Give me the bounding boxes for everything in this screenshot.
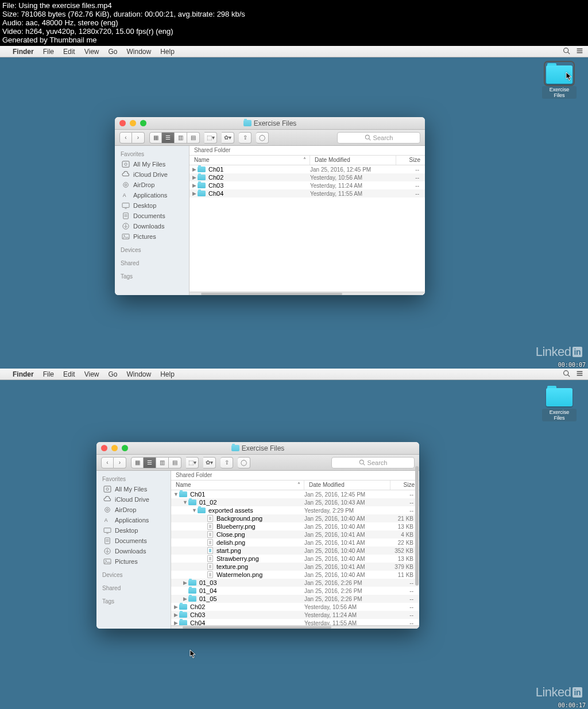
sidebar-item[interactable]: Desktop — [96, 525, 171, 536]
file-row[interactable]: ▼Ch01Jan 25, 2016, 12:45 PM-- — [171, 490, 419, 498]
share-button[interactable]: ⇪ — [220, 457, 233, 468]
view-coverflow-button[interactable]: ▤ — [187, 132, 200, 144]
disclosure-triangle-icon[interactable]: ▼ — [173, 491, 178, 497]
file-row[interactable]: ▶01_05Jan 25, 2016, 2:26 PM-- — [171, 595, 419, 603]
file-row[interactable]: Watermelon.pngJan 25, 2016, 10:40 AM11 K… — [171, 571, 419, 579]
sidebar-item[interactable]: Pictures — [115, 231, 189, 242]
menu-go[interactable]: Go — [109, 48, 118, 56]
menu-edit[interactable]: Edit — [63, 48, 75, 56]
sidebar-item[interactable]: AirDrop — [96, 505, 171, 515]
sidebar-item[interactable]: All My Files — [96, 484, 171, 494]
sidebar-item[interactable]: AApplications — [96, 515, 171, 525]
menu-go[interactable]: Go — [109, 370, 118, 378]
disclosure-triangle-icon[interactable]: ▶ — [192, 166, 196, 172]
arrange-button[interactable]: ⬚▾ — [204, 132, 217, 144]
finder-file-list[interactable]: ▶Ch01Jan 25, 2016, 12:45 PM--▶Ch02Yester… — [189, 165, 425, 295]
menu-view[interactable]: View — [84, 370, 99, 378]
column-header-size[interactable]: Size — [396, 156, 425, 165]
file-row[interactable]: ▶Ch03Yesterday, 11:24 AM-- — [171, 611, 419, 619]
column-header-date[interactable]: Date Modified — [310, 156, 396, 165]
view-column-button[interactable]: ▥ — [156, 457, 169, 468]
sidebar-item[interactable]: Documents — [96, 536, 171, 546]
view-icon-button[interactable]: ▦ — [149, 132, 162, 144]
sidebar-item[interactable]: Desktop — [115, 200, 189, 211]
menu-window[interactable]: Window — [127, 370, 152, 378]
file-row[interactable]: ▼exported assetsYesterday, 2:29 PM-- — [171, 506, 419, 514]
notification-center-icon[interactable] — [576, 370, 583, 379]
view-list-button[interactable]: ☰ — [144, 457, 156, 468]
action-button[interactable]: ✿▾ — [203, 457, 216, 468]
spotlight-icon[interactable] — [563, 370, 570, 379]
window-zoom-button[interactable] — [122, 445, 128, 451]
desktop-folder-exercise-files[interactable]: Exercise Files — [542, 63, 577, 99]
arrange-button[interactable]: ⬚▾ — [186, 457, 199, 468]
spotlight-icon[interactable] — [563, 47, 570, 56]
horizontal-scrollbar[interactable] — [189, 292, 425, 295]
view-column-button[interactable]: ▥ — [175, 132, 187, 144]
column-header-name[interactable]: Name˄ — [189, 156, 310, 165]
tags-button[interactable]: ◯ — [238, 457, 250, 468]
sidebar-item[interactable]: Pictures — [96, 556, 171, 567]
file-row[interactable]: Strawberry.pngJan 25, 2016, 10:40 AM13 K… — [171, 555, 419, 563]
disclosure-triangle-icon[interactable]: ▶ — [173, 612, 178, 618]
file-row[interactable]: ▶01_03Jan 25, 2016, 2:26 PM-- — [171, 579, 419, 587]
notification-center-icon[interactable] — [576, 47, 583, 56]
menu-file[interactable]: File — [43, 48, 54, 56]
file-row[interactable]: Background.pngJan 25, 2016, 10:40 AM21 K… — [171, 514, 419, 522]
nav-back-button[interactable]: ‹ — [101, 457, 114, 468]
menu-help[interactable]: Help — [160, 370, 175, 378]
desktop-folder-exercise-files[interactable]: Exercise Files — [542, 386, 577, 422]
menubar-app-name[interactable]: Finder — [13, 370, 34, 378]
sidebar-item[interactable]: Documents — [115, 211, 189, 221]
disclosure-triangle-icon[interactable]: ▶ — [183, 596, 187, 602]
sidebar-item[interactable]: iCloud Drive — [115, 169, 189, 180]
window-minimize-button[interactable] — [130, 120, 136, 126]
horizontal-scrollbar[interactable] — [171, 625, 419, 629]
menu-window[interactable]: Window — [127, 48, 152, 56]
menubar-app-name[interactable]: Finder — [13, 48, 34, 56]
finder-titlebar[interactable]: Exercise Files — [115, 117, 425, 130]
file-row[interactable]: start.pngJan 25, 2016, 10:40 AM352 KB — [171, 547, 419, 555]
finder-search-field[interactable]: Search — [331, 457, 415, 468]
disclosure-triangle-icon[interactable]: ▶ — [173, 604, 178, 610]
finder-file-list[interactable]: ▼Ch01Jan 25, 2016, 12:45 PM--▼01_02Jan 2… — [171, 490, 419, 629]
window-minimize-button[interactable] — [111, 445, 118, 451]
window-zoom-button[interactable] — [140, 120, 146, 126]
file-row[interactable]: ▶Ch04Yesterday, 11:55 AM-- — [189, 189, 425, 197]
column-header-name[interactable]: Name˄ — [171, 481, 304, 490]
vertical-scrollbar[interactable] — [415, 465, 419, 624]
file-row[interactable]: Close.pngJan 25, 2016, 10:41 AM4 KB — [171, 530, 419, 538]
file-row[interactable]: 01_04Jan 25, 2016, 2:26 PM-- — [171, 587, 419, 595]
action-button[interactable]: ✿▾ — [222, 132, 234, 144]
sidebar-item[interactable]: iCloud Drive — [96, 494, 171, 505]
file-row[interactable]: texture.pngJan 25, 2016, 10:41 AM379 KB — [171, 563, 419, 571]
nav-back-button[interactable]: ‹ — [119, 132, 132, 144]
nav-forward-button[interactable]: › — [114, 457, 126, 468]
menu-file[interactable]: File — [43, 370, 54, 378]
tags-button[interactable]: ◯ — [256, 132, 269, 144]
finder-search-field[interactable]: Search — [337, 132, 420, 144]
finder-titlebar[interactable]: Exercise Files — [96, 442, 419, 455]
window-close-button[interactable] — [101, 445, 107, 451]
share-button[interactable]: ⇪ — [239, 132, 252, 144]
disclosure-triangle-icon[interactable]: ▶ — [192, 191, 196, 196]
sidebar-item[interactable]: AirDrop — [115, 180, 189, 190]
disclosure-triangle-icon[interactable]: ▶ — [183, 580, 187, 586]
file-row[interactable]: ▶Ch03Yesterday, 11:24 AM-- — [189, 181, 425, 189]
sidebar-item[interactable]: Downloads — [115, 221, 189, 231]
column-header-date[interactable]: Date Modified — [304, 481, 390, 490]
sidebar-item[interactable]: AApplications — [115, 190, 189, 200]
menu-edit[interactable]: Edit — [63, 370, 75, 378]
menu-help[interactable]: Help — [160, 48, 175, 56]
disclosure-triangle-icon[interactable]: ▼ — [183, 499, 187, 505]
file-row[interactable]: Blueberry.pngJan 25, 2016, 10:40 AM13 KB — [171, 522, 419, 530]
file-row[interactable]: ▼01_02Jan 25, 2016, 10:43 AM-- — [171, 498, 419, 506]
file-row[interactable]: ▶Ch01Jan 25, 2016, 12:45 PM-- — [189, 165, 425, 173]
disclosure-triangle-icon[interactable]: ▶ — [192, 183, 196, 188]
nav-forward-button[interactable]: › — [132, 132, 145, 144]
sidebar-item[interactable]: Downloads — [96, 546, 171, 556]
file-row[interactable]: ▶Ch02Yesterday, 10:56 AM-- — [189, 173, 425, 181]
disclosure-triangle-icon[interactable]: ▼ — [192, 507, 196, 513]
disclosure-triangle-icon[interactable]: ▶ — [192, 175, 196, 180]
sidebar-item[interactable]: All My Files — [115, 159, 189, 169]
